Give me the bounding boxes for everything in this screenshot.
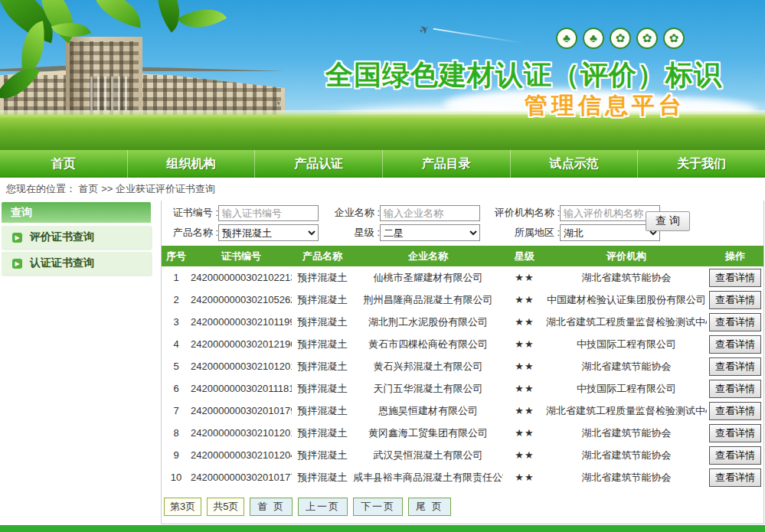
company-name-label: 企业名称 : [322, 206, 380, 220]
view-detail-button[interactable]: 查看详情 [709, 446, 761, 465]
sidebar-item-certification-cert-query[interactable]: ▶ 认证证书查询 [2, 252, 151, 275]
product-name-select[interactable]: 预拌混凝土 [218, 224, 319, 241]
star-rating: ★★ [503, 466, 546, 488]
nav-item-organization[interactable]: 组织机构 [128, 150, 256, 178]
company-name: 黄石兴邦混凝土有限公司 [353, 355, 503, 377]
building-roofline [0, 66, 285, 71]
view-detail-button[interactable]: 查看详情 [709, 313, 761, 331]
view-detail-button[interactable]: 查看详情 [709, 291, 761, 309]
building-portico [90, 77, 130, 110]
cert-number: 24200000003020111817 [191, 377, 292, 400]
search-form: 证书编号 : 企业名称 : 评价机构名称 : 产品名称 : 预拌混凝土 星级 : [162, 202, 763, 246]
header-action: 操作 [707, 246, 763, 266]
prev-page-button[interactable]: 上一页 [298, 498, 348, 516]
star-rating: ★★ [503, 422, 546, 444]
sidebar-item-label: 认证证书查询 [30, 256, 94, 270]
company-name: 湖北荆工水泥股份有限公司 [353, 311, 503, 333]
header-no: 序号 [162, 246, 191, 266]
action-cell: 查看详情 [707, 400, 763, 422]
pagination: 第3页 共5页 首 页 上一页 下一页 尾 页 [164, 498, 763, 516]
table-row: 724200000003020101791预拌混凝土恩施昊恒建材有限公司★★湖北… [162, 400, 763, 422]
sidebar-item-evaluation-cert-query[interactable]: ▶ 评价证书查询 [2, 226, 151, 249]
company-name-input[interactable] [380, 205, 480, 221]
play-icon: ▶ [12, 233, 22, 243]
cert-number: 24200000003020121900 [191, 333, 292, 355]
star-rating: ★★ [503, 400, 546, 422]
contrail-decoration [433, 28, 525, 44]
company-name: 武汉昊恒混凝土有限公司 [353, 444, 503, 466]
row-no: 9 [162, 444, 191, 466]
product-name: 预拌混凝土 [292, 266, 353, 289]
header-star-level: 星级 [503, 246, 546, 266]
agency-name: 湖北省建筑工程质量监督检验测试中心 [546, 400, 707, 422]
header-cert-number: 证书编号 [191, 246, 292, 266]
cert-number: 24200000003021012014 [191, 422, 292, 444]
star-rating: ★★ [503, 311, 546, 333]
table-body: 124200000003021022135预拌混凝土仙桃市圣耀建材有限公司★★湖… [162, 266, 763, 488]
sidebar: 查询 ▶ 评价证书查询 ▶ 认证证书查询 [2, 202, 151, 275]
cert-number-label: 证书编号 : [163, 206, 218, 220]
nav-item-home[interactable]: 首页 [0, 150, 128, 178]
query-button[interactable]: 查 询 [646, 211, 690, 231]
company-name: 黄石市四棵松商砼有限公司 [353, 333, 503, 355]
star-level-label: 星级 : [322, 226, 380, 240]
company-name: 天门五华混凝土有限公司 [353, 377, 503, 400]
star-rating: ★★ [503, 333, 546, 355]
cert-number-input[interactable] [218, 205, 319, 221]
product-name: 预拌混凝土 [292, 355, 353, 377]
org-badge-2-icon: ✿ [636, 28, 658, 49]
view-detail-button[interactable]: 查看详情 [709, 380, 761, 398]
nav-item-pilot-demo[interactable]: 试点示范 [511, 150, 639, 178]
nav-item-product-catalog[interactable]: 产品目录 [383, 150, 511, 178]
company-name: 咸丰县裕丰商品混凝土有限责任公司 [353, 466, 503, 488]
star-rating: ★★ [503, 444, 546, 466]
product-name: 预拌混凝土 [292, 466, 353, 488]
view-detail-button[interactable]: 查看详情 [709, 424, 761, 442]
company-name: 黄冈鑫海工贸集团有限公司 [353, 422, 503, 444]
banner: ✈ ✈ ♣ ♣ ✿ ✿ ✿ 全国绿色建材认证（评价）标识 管理信息平台 [0, 0, 765, 150]
last-page-button[interactable]: 尾 页 [408, 498, 451, 516]
main-area: 查询 ▶ 评价证书查询 ▶ 认证证书查询 证书编号 : 企业名称 : 评价机 [0, 201, 765, 522]
sidebar-item-label: 评价证书查询 [30, 230, 94, 244]
first-page-button[interactable]: 首 页 [250, 498, 293, 516]
action-cell: 查看详情 [707, 311, 763, 333]
agency-name: 湖北省建筑工程质量监督检验测试中心 [546, 311, 707, 333]
cert-number: 24200000003020101791 [191, 400, 292, 422]
row-no: 1 [162, 266, 191, 289]
nav-item-product-certification[interactable]: 产品认证 [255, 150, 383, 178]
row-no: 4 [162, 333, 191, 355]
results-table: 序号 证书编号 产品名称 企业名称 星级 评价机构 操作 12420000000… [162, 246, 763, 488]
row-no: 3 [162, 311, 191, 333]
company-name: 荆州昌隆商品混凝土有限公司 [353, 289, 503, 311]
action-cell: 查看详情 [707, 266, 763, 289]
table-row: 1024200000003020101777预拌混凝土咸丰县裕丰商品混凝土有限责… [162, 466, 763, 488]
view-detail-button[interactable]: 查看详情 [709, 402, 761, 420]
cert-number: 24200000003021052622 [191, 289, 292, 311]
nav-item-about-us[interactable]: 关于我们 [638, 150, 765, 178]
next-page-button[interactable]: 下一页 [353, 498, 403, 516]
org-logo-2-icon: ♣ [583, 28, 604, 49]
star-level-select[interactable]: 二星 [380, 224, 480, 241]
star-rating: ★★ [503, 355, 546, 377]
header-company-name: 企业名称 [353, 246, 503, 266]
table-row: 524200000003021012013预拌混凝土黄石兴邦混凝土有限公司★★湖… [162, 355, 763, 377]
row-no: 7 [162, 400, 191, 422]
agency-name: 湖北省建筑节能协会 [546, 466, 707, 488]
table-row: 224200000003021052622预拌混凝土荆州昌隆商品混凝土有限公司★… [162, 289, 763, 311]
product-name: 预拌混凝土 [292, 377, 353, 400]
view-detail-button[interactable]: 查看详情 [709, 357, 761, 376]
star-rating: ★★ [503, 377, 546, 400]
action-cell: 查看详情 [707, 422, 763, 444]
org-badge-3-icon: ✿ [663, 28, 685, 49]
cert-number: 24200000003020101777 [191, 466, 292, 488]
table-row: 624200000003020111817预拌混凝土天门五华混凝土有限公司★★中… [162, 377, 763, 400]
agency-name: 湖北省建筑节能协会 [546, 444, 707, 466]
view-detail-button[interactable]: 查看详情 [709, 269, 761, 287]
action-cell: 查看详情 [707, 444, 763, 466]
cert-number: 24200000003021011998 [191, 311, 292, 333]
star-rating: ★★ [503, 289, 546, 311]
view-detail-button[interactable]: 查看详情 [709, 335, 761, 354]
agency-name: 中技国际工程有限公司 [546, 333, 707, 355]
view-detail-button[interactable]: 查看详情 [709, 468, 761, 487]
star-rating: ★★ [503, 266, 546, 289]
